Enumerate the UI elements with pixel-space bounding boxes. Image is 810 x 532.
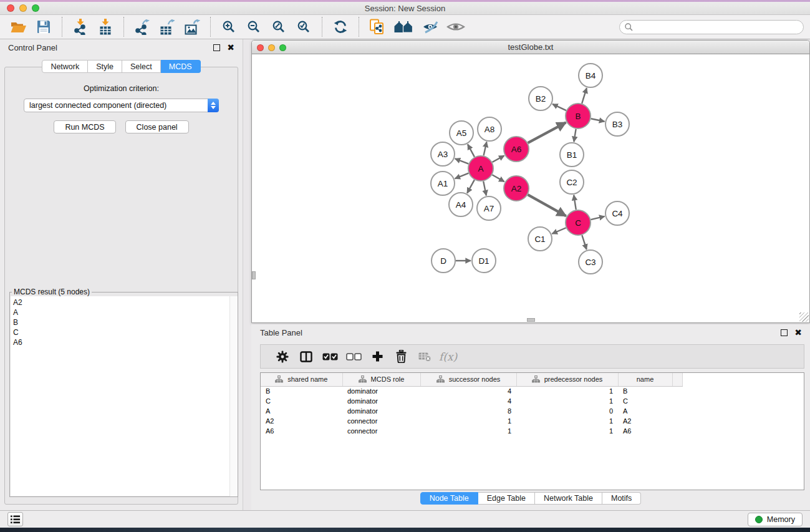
tab-mcds[interactable]: MCDS: [161, 60, 201, 73]
zoom-fit-icon[interactable]: [268, 17, 289, 37]
table-row[interactable]: Bdominator41B: [261, 386, 682, 396]
export-image-icon[interactable]: [181, 17, 203, 37]
table-cell[interactable]: 4: [420, 386, 516, 396]
graph-node-C3[interactable]: C3: [579, 250, 602, 274]
network-window-titlebar[interactable]: testGlobe.txt: [252, 41, 809, 54]
refresh-icon[interactable]: [330, 17, 351, 37]
graph-edge-B-B1[interactable]: [574, 129, 576, 142]
close-panel-icon[interactable]: ✖: [227, 44, 234, 51]
table-row[interactable]: A2connector11A2: [261, 416, 682, 426]
table-cell[interactable]: C: [261, 396, 342, 406]
hide-selected-eye-slash-icon[interactable]: [420, 17, 441, 37]
table-row[interactable]: Adominator80A: [261, 406, 682, 416]
graph-edge-A-A7[interactable]: [483, 181, 486, 196]
table-cell[interactable]: A2: [261, 416, 342, 426]
column-header-predecessor-nodes[interactable]: predecessor nodes: [516, 373, 618, 386]
deselect-all-checkboxes-icon[interactable]: [342, 347, 365, 367]
table-cell[interactable]: A6: [261, 426, 342, 436]
table-cell[interactable]: C: [618, 396, 672, 406]
graph-edge-B-B3[interactable]: [591, 118, 605, 122]
settings-gear-icon[interactable]: [271, 347, 294, 367]
table-cell[interactable]: B: [261, 386, 342, 396]
close-panel-button[interactable]: Close panel: [125, 120, 189, 133]
export-table-icon[interactable]: [157, 17, 178, 37]
graph-edge-C-C3[interactable]: [582, 235, 586, 249]
close-window-button[interactable]: [7, 4, 14, 12]
table-cell[interactable]: 1: [420, 416, 516, 426]
mcds-result-item[interactable]: A6: [11, 337, 237, 347]
table-cell[interactable]: dominator: [342, 396, 420, 406]
tab-style[interactable]: Style: [88, 60, 122, 73]
select-all-checkboxes-icon[interactable]: [318, 347, 342, 367]
table-cell[interactable]: dominator: [342, 406, 420, 416]
function-builder-icon[interactable]: f(x): [439, 351, 457, 363]
graph-node-C2[interactable]: C2: [560, 170, 584, 194]
table-header-row[interactable]: shared name MCDS role successor nodes: [261, 373, 682, 386]
task-history-button[interactable]: [7, 512, 23, 526]
tab-motifs[interactable]: Motifs: [602, 492, 641, 505]
graph-edge-A-A2[interactable]: [492, 175, 504, 181]
window-resize-grip[interactable]: [799, 312, 809, 322]
close-table-panel-icon[interactable]: ✖: [794, 329, 802, 336]
tab-select[interactable]: Select: [122, 60, 161, 73]
zoom-out-icon[interactable]: [243, 17, 264, 37]
search-input[interactable]: [637, 23, 798, 32]
graph-node-B[interactable]: B: [566, 104, 591, 128]
duplicate-network-icon[interactable]: [367, 17, 388, 37]
show-eye-icon[interactable]: [445, 17, 466, 37]
run-mcds-button[interactable]: Run MCDS: [54, 120, 115, 133]
graph-edge-B-B4[interactable]: [582, 88, 587, 104]
canvas-horizontal-scrollbar[interactable]: [527, 318, 535, 322]
mcds-result-item[interactable]: B: [11, 317, 237, 327]
table-cell[interactable]: connector: [342, 426, 420, 436]
add-column-plus-icon[interactable]: [365, 347, 389, 367]
mcds-result-item[interactable]: C: [11, 327, 237, 337]
column-header-shared-name[interactable]: shared name: [261, 373, 342, 386]
graph-edge-A-A8[interactable]: [484, 142, 487, 155]
zoom-window-button[interactable]: [32, 4, 39, 12]
graph-node-A3[interactable]: A3: [431, 142, 455, 166]
float-table-panel-icon[interactable]: [781, 329, 788, 336]
graph-node-A7[interactable]: A7: [477, 196, 501, 220]
network-canvas[interactable]: B4B2BB3A5A8A6A3B1AA1C2A2A4A7C4CC1C3DD1: [252, 55, 809, 322]
table-cell[interactable]: 4: [420, 396, 516, 406]
graph-node-C1[interactable]: C1: [528, 227, 552, 251]
graph-edge-C-C1[interactable]: [552, 228, 566, 234]
graph-node-A[interactable]: A: [468, 156, 493, 181]
table-row[interactable]: A6connector11A6: [261, 426, 682, 436]
column-header-name[interactable]: name: [618, 373, 672, 386]
float-panel-icon[interactable]: [213, 44, 220, 51]
table-cell[interactable]: 1: [516, 416, 618, 426]
graph-node-A6[interactable]: A6: [504, 137, 529, 162]
search-field[interactable]: [619, 20, 804, 34]
table-cell[interactable]: A: [618, 406, 672, 416]
mcds-result-list[interactable]: A2ABCA6: [11, 296, 237, 496]
graph-edge-A2-C[interactable]: [528, 195, 566, 216]
result-list-scrollbar[interactable]: [229, 296, 238, 496]
split-columns-icon[interactable]: [294, 347, 318, 367]
network-zoom-button[interactable]: [279, 44, 286, 51]
graph-edge-A-A5[interactable]: [468, 144, 475, 157]
zoom-selected-icon[interactable]: [293, 17, 314, 37]
table-cell[interactable]: 1: [516, 426, 618, 436]
minimize-window-button[interactable]: [19, 4, 27, 12]
graph-node-D1[interactable]: D1: [472, 249, 496, 273]
graph-edge-A-A3[interactable]: [455, 158, 469, 163]
graph-node-A4[interactable]: A4: [449, 193, 473, 216]
graph-edge-A-A6[interactable]: [492, 156, 504, 162]
import-table-icon[interactable]: [95, 17, 116, 37]
home-icon[interactable]: [392, 17, 417, 37]
table-cell[interactable]: A: [261, 406, 342, 416]
open-folder-icon[interactable]: [8, 17, 29, 37]
graph-edge-A6-B[interactable]: [528, 122, 566, 143]
graph-node-A5[interactable]: A5: [450, 121, 473, 145]
tab-network[interactable]: Network: [42, 60, 88, 73]
graph-node-B2[interactable]: B2: [529, 87, 552, 110]
tab-network-table[interactable]: Network Table: [535, 492, 602, 505]
network-minimize-button[interactable]: [268, 44, 275, 51]
delete-trash-icon[interactable]: [389, 347, 413, 367]
table-cell[interactable]: A6: [618, 426, 672, 436]
table-cell[interactable]: 0: [516, 406, 618, 416]
criterion-dropdown[interactable]: largest connected component (directed): [24, 99, 219, 112]
graph-node-C[interactable]: C: [566, 210, 591, 235]
